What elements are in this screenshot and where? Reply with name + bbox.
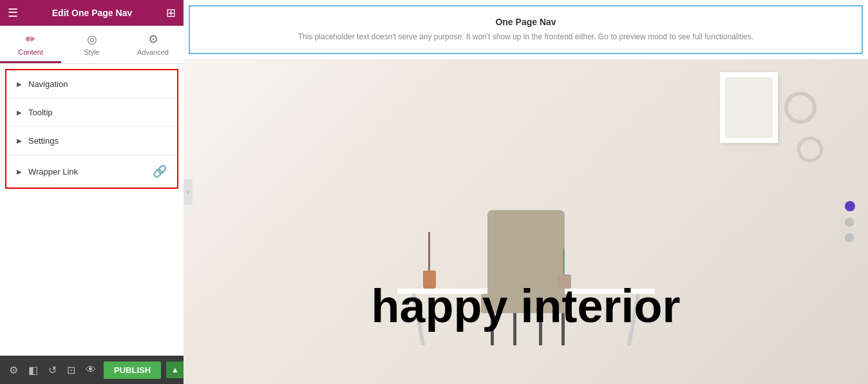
nav-dot-2[interactable] bbox=[845, 218, 854, 227]
hero-text: happy interior bbox=[371, 280, 680, 332]
accordion-navigation: ▶ Navigation bbox=[6, 70, 177, 99]
publish-dropdown-button[interactable]: ▲ bbox=[166, 361, 184, 378]
link-icon: 🔗 bbox=[153, 164, 167, 178]
accordion-wrapper-link-label: Wrapper Link bbox=[28, 167, 78, 177]
pencil-icon: ✏ bbox=[26, 32, 35, 46]
bottom-toolbar: ⚙ ◧ ↺ ⊡ 👁 PUBLISH ▲ bbox=[0, 356, 184, 384]
tab-advanced-label: Advanced bbox=[137, 48, 169, 56]
nav-dot-3[interactable] bbox=[845, 233, 854, 242]
wall-circle-2 bbox=[797, 137, 823, 162]
tabs-bar: ✏ Content ◎ Style ⚙ Advanced bbox=[0, 26, 184, 64]
accordion-wrapper-link-header[interactable]: ▶ Wrapper Link 🔗 bbox=[6, 155, 177, 187]
accordion-settings: ▶ Settings bbox=[6, 127, 177, 155]
tab-advanced[interactable]: ⚙ Advanced bbox=[122, 26, 184, 63]
accordion-navigation-label: Navigation bbox=[28, 79, 68, 89]
accordion-settings-header[interactable]: ▶ Settings bbox=[6, 127, 177, 155]
right-content: One Page Nav This placeholder text doesn… bbox=[184, 0, 868, 384]
nav-dot-1[interactable] bbox=[845, 201, 855, 211]
accordion-wrapper-link: ▶ Wrapper Link 🔗 bbox=[6, 155, 177, 187]
accordion-tooltip-header[interactable]: ▶ Tooltip bbox=[6, 99, 177, 126]
widget-description: This placeholder text doesn't serve any … bbox=[203, 31, 849, 43]
scene-area: happy interior bbox=[184, 59, 868, 384]
widget-title: One Page Nav bbox=[203, 17, 849, 27]
plant-stem bbox=[428, 232, 430, 271]
nav-dots bbox=[845, 201, 855, 242]
accordion-settings-label: Settings bbox=[28, 136, 59, 146]
tab-content[interactable]: ✏ Content bbox=[0, 26, 61, 63]
layers-icon[interactable]: ◧ bbox=[26, 361, 41, 379]
chevron-right-icon-2: ▶ bbox=[17, 109, 22, 116]
interior-photo: happy interior bbox=[184, 59, 868, 384]
collapse-handle[interactable]: ‹ bbox=[184, 179, 193, 205]
wall-frame bbox=[720, 72, 778, 143]
hamburger-icon[interactable]: ☰ bbox=[0, 6, 26, 20]
tab-style-label: Style bbox=[84, 48, 99, 56]
responsive-icon[interactable]: 👁 bbox=[83, 361, 99, 378]
gear-icon: ⚙ bbox=[148, 32, 158, 46]
accordion-tooltip-label: Tooltip bbox=[28, 108, 53, 117]
chevron-right-icon: ▶ bbox=[17, 81, 22, 88]
settings-icon[interactable]: ⚙ bbox=[6, 361, 21, 379]
history-icon[interactable]: ⊡ bbox=[64, 361, 78, 379]
circle-icon: ◎ bbox=[87, 32, 97, 46]
chevron-right-icon-4: ▶ bbox=[17, 168, 22, 175]
publish-button[interactable]: PUBLISH bbox=[104, 361, 161, 379]
page-title: Edit One Page Nav bbox=[26, 8, 158, 18]
accordion-container: ▶ Navigation ▶ Tooltip ▶ Settings ▶ Wrap… bbox=[5, 69, 178, 189]
tab-content-label: Content bbox=[18, 48, 43, 56]
accordion-tooltip: ▶ Tooltip bbox=[6, 99, 177, 127]
grid-icon[interactable]: ⊞ bbox=[158, 6, 184, 20]
plant-right-stem bbox=[563, 249, 565, 274]
undo-icon[interactable]: ↺ bbox=[46, 361, 59, 379]
tab-style[interactable]: ◎ Style bbox=[61, 26, 122, 63]
chevron-right-icon-3: ▶ bbox=[17, 137, 22, 144]
accordion-navigation-header[interactable]: ▶ Navigation bbox=[6, 70, 177, 98]
wall-circle-1 bbox=[784, 91, 816, 124]
widget-preview: One Page Nav This placeholder text doesn… bbox=[189, 5, 863, 54]
